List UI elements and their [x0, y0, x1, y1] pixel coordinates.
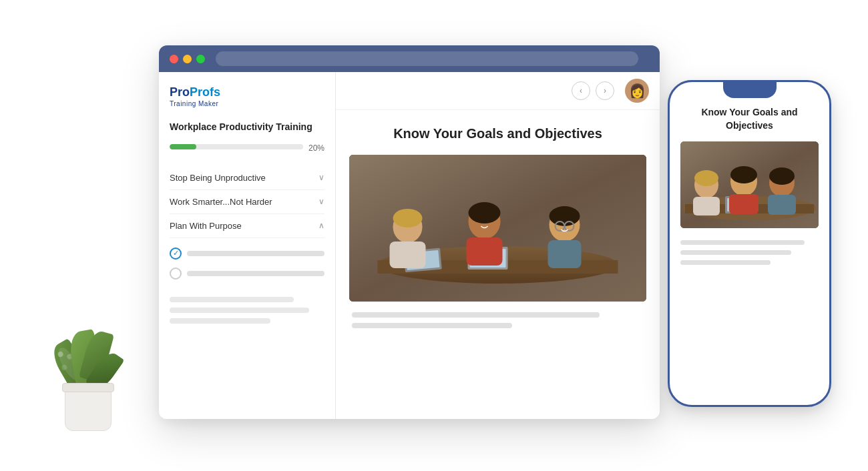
submenu-item-1[interactable]: ✓ [170, 244, 324, 264]
submenu-line-2 [187, 271, 324, 276]
phone-lesson-title: Know Your Goals and Objectives [680, 106, 819, 132]
bottom-lines [170, 297, 324, 324]
svg-rect-16 [548, 240, 582, 268]
main-content: ‹ › 👩 Know Your Goals and Objectives [336, 72, 660, 419]
phone-scene-svg [680, 141, 819, 228]
bottom-line-2 [170, 308, 309, 313]
chevron-down-icon-1: ∨ [318, 173, 324, 182]
phone-notch [723, 82, 777, 98]
submenu: ✓ [170, 238, 324, 289]
bottom-line-1 [170, 297, 294, 302]
check-icon: ✓ [173, 249, 179, 258]
progress-bar-fill [170, 144, 196, 149]
svg-point-9 [393, 209, 423, 227]
nav-prev-button[interactable]: ‹ [572, 81, 590, 100]
svg-point-33 [730, 166, 757, 183]
svg-rect-28 [693, 197, 720, 215]
chevron-down-icon-2: ∨ [318, 197, 324, 206]
svg-point-12 [469, 202, 501, 223]
logo-profs: Profs [190, 85, 220, 99]
logo: ProProfs Training Maker [170, 85, 324, 107]
progress-bar-bg [170, 144, 303, 149]
menu-item-text-3: Plan With Purpose [170, 221, 242, 231]
content-header: ‹ › 👩 [336, 72, 660, 110]
lesson-title: Know Your Goals and Objectives [349, 126, 646, 141]
menu-item-plan-purpose[interactable]: Plan With Purpose ∧ [170, 214, 324, 238]
browser-dots [170, 55, 205, 63]
scene: ProProfs Training Maker Workplace Produc… [0, 0, 868, 471]
svg-rect-13 [467, 238, 503, 266]
lesson-area: Know Your Goals and Objectives [336, 110, 660, 419]
menu-item-stop-unproductive[interactable]: Stop Being Unproductive ∨ [170, 166, 324, 190]
chevron-up-icon: ∧ [318, 221, 324, 230]
lesson-bottom-lines [349, 312, 646, 328]
lesson-line-2 [352, 323, 512, 328]
nav-arrows: ‹ › [572, 81, 614, 100]
svg-rect-10 [390, 242, 426, 268]
dot-green[interactable] [196, 55, 205, 63]
lesson-line-1 [352, 312, 600, 318]
menu-item-work-smarter[interactable]: Work Smarter...Not Harder ∨ [170, 190, 324, 214]
course-title: Workplace Productivity Training [170, 121, 324, 134]
lesson-image-inner [349, 155, 646, 302]
browser-urlbar[interactable] [216, 51, 638, 66]
dot-red[interactable] [170, 55, 178, 63]
radio-unchecked-icon [170, 268, 182, 280]
svg-point-15 [550, 206, 580, 226]
phone-line-1 [680, 240, 805, 245]
logo-container: ProProfs Training Maker [170, 85, 324, 107]
browser-titlebar [159, 45, 660, 72]
svg-rect-34 [729, 194, 758, 214]
phone-content: Know Your Goals and Objectives [670, 82, 829, 405]
lesson-scene-svg [349, 155, 646, 302]
menu-item-text-2: Work Smarter...Not Harder [170, 197, 272, 207]
plant-leaves [48, 288, 128, 394]
logo-pro: Pro [170, 85, 190, 99]
logo-subtitle: Training Maker [170, 100, 324, 107]
phone-line-3 [680, 260, 771, 265]
browser-window: ProProfs Training Maker Workplace Produc… [159, 45, 660, 419]
submenu-item-2[interactable] [170, 264, 324, 284]
sidebar: ProProfs Training Maker Workplace Produc… [159, 72, 336, 419]
phone-line-2 [680, 250, 791, 255]
submenu-line-1 [187, 251, 324, 256]
avatar: 👩 [625, 79, 649, 103]
nav-next-button[interactable]: › [596, 81, 614, 100]
phone-bottom-lines [680, 238, 819, 273]
plant-decoration [41, 284, 135, 431]
lesson-image [349, 155, 646, 302]
radio-checked-icon: ✓ [170, 248, 182, 260]
progress-container: 20% [170, 143, 324, 153]
phone: Know Your Goals and Objectives [668, 80, 831, 407]
plant-pot [65, 388, 112, 431]
svg-rect-31 [768, 195, 796, 215]
menu-item-text-1: Stop Being Unproductive [170, 173, 266, 183]
phone-image [680, 141, 819, 228]
svg-point-27 [694, 170, 718, 186]
phone-container: Know Your Goals and Objectives [668, 80, 831, 407]
leaf-spots [57, 350, 64, 358]
progress-label: 20% [308, 143, 324, 153]
dot-yellow[interactable] [183, 55, 192, 63]
svg-point-30 [769, 167, 795, 185]
bottom-line-3 [170, 318, 270, 324]
browser-content: ProProfs Training Maker Workplace Produc… [159, 72, 660, 419]
